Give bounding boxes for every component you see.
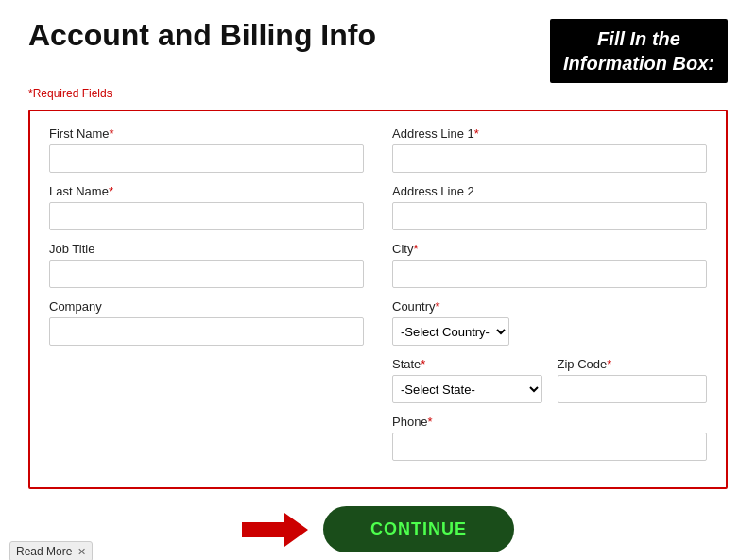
last-name-input[interactable]	[49, 202, 364, 230]
continue-area: CONTINUE	[28, 506, 728, 552]
zip-code-label: Zip Code*	[558, 357, 708, 371]
zip-code-input[interactable]	[558, 375, 708, 403]
company-group: Company	[49, 299, 364, 346]
company-label: Company	[49, 299, 364, 314]
account-billing-form: First Name* Last Name* Job Title Company	[28, 110, 728, 489]
phone-label: Phone*	[392, 415, 707, 429]
page-title: Account and Billing Info	[28, 19, 376, 52]
fill-info-callout: Fill In the Information Box:	[550, 19, 728, 83]
phone-group: Phone*	[392, 415, 707, 461]
address-line1-label: Address Line 1*	[392, 127, 707, 141]
first-name-label: First Name*	[49, 127, 364, 141]
required-fields-note: *Required Fields	[28, 87, 728, 100]
city-label: City*	[392, 242, 707, 256]
country-select[interactable]: -Select Country-	[392, 317, 509, 346]
read-more-close-icon[interactable]: ✕	[77, 546, 86, 558]
job-title-group: Job Title	[49, 242, 364, 288]
address-line1-group: Address Line 1*	[392, 127, 707, 173]
address-line2-input[interactable]	[392, 202, 707, 230]
last-name-label: Last Name*	[49, 184, 364, 198]
job-title-label: Job Title	[49, 242, 364, 256]
read-more-label: Read More	[16, 545, 72, 558]
state-select[interactable]: -Select State-	[392, 375, 542, 403]
zip-code-group: Zip Code*	[558, 357, 708, 403]
form-left-column: First Name* Last Name* Job Title Company	[49, 127, 364, 472]
city-input[interactable]	[392, 260, 707, 288]
last-name-group: Last Name*	[49, 184, 364, 230]
company-input[interactable]	[49, 317, 364, 346]
address-line2-group: Address Line 2	[392, 184, 707, 230]
city-group: City*	[392, 242, 707, 288]
first-name-input[interactable]	[49, 144, 364, 173]
address-line1-input[interactable]	[392, 144, 707, 173]
form-right-column: Address Line 1* Address Line 2 City* Cou…	[392, 127, 707, 472]
continue-button[interactable]: CONTINUE	[323, 506, 514, 552]
svg-marker-0	[242, 513, 308, 547]
first-name-group: First Name*	[49, 127, 364, 173]
red-arrow-icon	[242, 511, 308, 549]
address-line2-label: Address Line 2	[392, 184, 707, 198]
state-label: State*	[392, 357, 542, 371]
country-label: Country*	[392, 299, 707, 314]
phone-input[interactable]	[392, 433, 707, 461]
job-title-input[interactable]	[49, 260, 364, 288]
country-group: Country* -Select Country-	[392, 299, 707, 346]
state-group: State* -Select State-	[392, 357, 542, 403]
read-more-tag: Read More ✕	[9, 541, 93, 560]
state-zip-group: State* -Select State- Zip Code*	[392, 357, 707, 403]
